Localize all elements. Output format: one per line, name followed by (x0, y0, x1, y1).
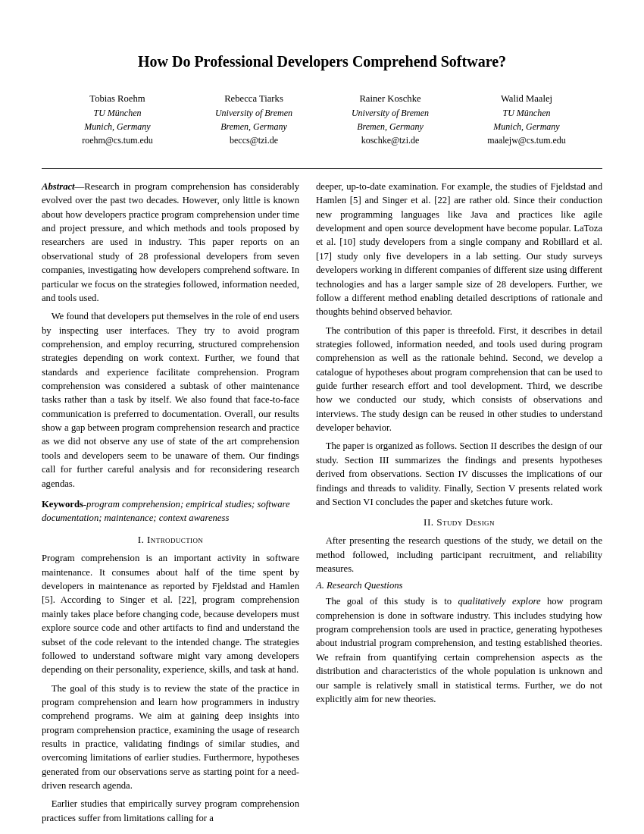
section1-p3: Earlier studies that empirically survey … (42, 797, 299, 825)
page-title: How Do Professional Developers Comprehen… (42, 53, 602, 71)
author-2-email: beccs@tzi.de (186, 133, 322, 147)
author-3-affil2: Bremen, Germany (322, 120, 458, 133)
section1-p2: The goal of this study is to review the … (42, 682, 299, 793)
abstract-para-2: We found that developers put themselves … (42, 309, 299, 491)
author-1-name: Tobias Roehm (49, 92, 186, 106)
author-3-email: koschke@tzi.de (322, 133, 458, 147)
section1-heading: I. Introduction (42, 534, 299, 546)
section2-heading: II. Study Design (316, 516, 602, 528)
right-p2: The contribution of this paper is threef… (316, 324, 602, 435)
right-p1: deeper, up-to-date examination. For exam… (316, 180, 602, 319)
author-1: Tobias Roehm TU München Munich, Germany … (49, 92, 186, 147)
author-1-affil2: Munich, Germany (49, 120, 186, 133)
author-4-email: maalejw@cs.tum.edu (458, 133, 595, 147)
author-4: Walid Maalej TU München Munich, Germany … (458, 92, 595, 147)
right-column: deeper, up-to-date examination. For exam… (316, 180, 602, 829)
section2-body: After presenting the research questions … (316, 534, 602, 575)
left-column: Abstract—Research in program comprehensi… (42, 180, 299, 829)
author-1-email: roehm@cs.tum.edu (49, 133, 186, 147)
author-4-name: Walid Maalej (458, 92, 595, 106)
subsectionA-p1: The goal of this study is to qualitative… (316, 594, 602, 706)
author-3-name: Rainer Koschke (322, 92, 458, 106)
section1-p1: Program comprehension is an important ac… (42, 551, 299, 676)
abstract-block: Abstract—Research in program comprehensi… (42, 180, 299, 491)
subsectionA-body: The goal of this study is to qualitative… (316, 594, 602, 706)
author-2-affil2: Bremen, Germany (186, 120, 322, 133)
author-3: Rainer Koschke University of Bremen Brem… (322, 92, 458, 147)
authors-section: Tobias Roehm TU München Munich, Germany … (42, 92, 602, 147)
author-2-name: Rebecca Tiarks (186, 92, 322, 106)
main-content: Abstract—Research in program comprehensi… (42, 180, 602, 829)
author-1-affil1: TU München (49, 106, 186, 120)
section-divider (42, 168, 602, 169)
keywords-line: Keywords-program comprehension; empirica… (42, 498, 299, 525)
subsectionA-qualit: qualitatively explore (458, 596, 540, 607)
right-p3: The paper is organized as follows. Secti… (316, 439, 602, 509)
author-4-affil2: Munich, Germany (458, 120, 595, 133)
subsectionA-heading: A. Research Questions (316, 580, 602, 591)
author-3-affil1: University of Bremen (322, 106, 458, 120)
author-4-affil1: TU München (458, 106, 595, 120)
subsectionA-p1-text: The goal of this study is to (326, 596, 458, 607)
keywords-label: Keywords (42, 499, 83, 509)
subsectionA-p1b: how program comprehension is done in sof… (316, 596, 602, 704)
section2-intro: After presenting the research questions … (316, 534, 602, 575)
right-body-intro: deeper, up-to-date examination. For exam… (316, 180, 602, 509)
abstract-text-1: —Research in program comprehension has c… (42, 181, 299, 303)
abstract-label: Abstract (42, 181, 75, 192)
section1-body: Program comprehension is an important ac… (42, 551, 299, 825)
abstract-para-1: Abstract—Research in program comprehensi… (42, 180, 299, 305)
author-2-affil1: University of Bremen (186, 106, 322, 120)
author-2: Rebecca Tiarks University of Bremen Brem… (186, 92, 322, 147)
